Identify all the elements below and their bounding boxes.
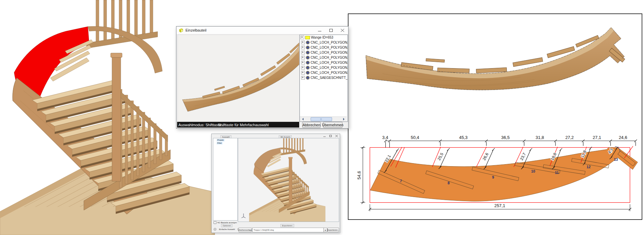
expand-icon[interactable] [301, 56, 305, 59]
list-item[interactable]: Projekt [217, 139, 224, 141]
export-path-input[interactable]: Treppe 1 Stk@3D.dwg [252, 228, 325, 232]
dim-top-7: 24,6 [619, 135, 627, 140]
cnc-operation-icon [306, 76, 310, 80]
expand-icon[interactable] [301, 76, 305, 80]
nc-parts-checkbox[interactable]: NC-Bauteile anzeigen [214, 221, 237, 224]
tree-item[interactable]: CNC_LOCH_POLYGONA [301, 60, 347, 65]
scroll-left-icon[interactable] [301, 118, 304, 121]
checkbox-icon[interactable] [214, 221, 216, 224]
einzelbauteil-dialog: Einzelbauteil Wange ID=653 CNC_L [176, 26, 348, 129]
cancel-button[interactable]: Abbrechen [302, 122, 321, 128]
minimize-icon[interactable] [314, 27, 325, 34]
tree-item[interactable]: CNC_LOCH_POLYGONA [301, 55, 347, 60]
dim-top-2: 45,3 [459, 135, 468, 140]
export-button[interactable]: Exportieren... [327, 228, 339, 232]
application-stage: Einzelbauteil Wange ID=653 CNC_L [0, 0, 644, 235]
scrollbar-thumb[interactable] [311, 117, 332, 121]
minimize-icon[interactable] [322, 134, 326, 137]
cnc-operation-icon [306, 41, 310, 44]
template-button[interactable]: Zeichenvorlage [238, 228, 252, 232]
expand-icon[interactable] [301, 66, 305, 69]
dim-step-1: 25,5 [437, 152, 444, 161]
expand-icon[interactable] [301, 36, 304, 39]
tree-item[interactable]: CNC_LOCH_POLYGONA [301, 50, 347, 55]
dim-top-5: 27,2 [565, 135, 574, 140]
expand-icon[interactable] [301, 51, 305, 54]
step-number-8: 8 [448, 181, 450, 185]
close-icon[interactable] [337, 27, 348, 34]
section-export: Exportieren [280, 224, 294, 227]
dim-top-4: 31,8 [536, 135, 544, 140]
section-options: Optionen [221, 224, 232, 227]
list-item[interactable]: Filter [217, 142, 222, 144]
radio-simple-label: Einfache Auswahl [219, 228, 235, 230]
component-drawing-panel[interactable]: 3,4 50,4 45,3 36,5 31,8 27,2 27,1 24,6 5… [348, 13, 642, 220]
cnc-operation-icon [306, 66, 310, 69]
part-cube-icon [179, 28, 183, 33]
cnc-operations-tree[interactable]: Wange ID=653 CNC_LOCH_POLYGONA CNC_LOCH_… [300, 35, 348, 122]
tree-item-root[interactable]: Wange ID=653 [300, 35, 347, 40]
step-number-7: 7 [400, 179, 402, 183]
tree-item[interactable]: CNC_LOCH_POLYGONA [301, 40, 347, 45]
step-number-9: 9 [492, 175, 494, 179]
cnc-operation-icon [306, 51, 310, 54]
status-mode: Auswahlmodus: Shifttaste... [178, 123, 224, 127]
radio-simple-icon[interactable] [214, 228, 216, 231]
dim-top-6: 27,1 [593, 135, 601, 140]
scroll-right-icon[interactable] [343, 118, 346, 121]
maximize-icon[interactable] [328, 134, 332, 137]
tree-item[interactable]: CNC_SAEGESCHNITT_0 [301, 75, 347, 80]
step-number-13: 13 [614, 157, 618, 161]
dim-top-1: 50,4 [411, 135, 419, 140]
selection-list-panel[interactable]: Projekt Filter [213, 138, 238, 221]
drawing-orange-shape [370, 147, 638, 201]
tree-item[interactable]: CNC_LOCH_POLYGONA [301, 65, 347, 70]
wange-3d-large [366, 28, 625, 90]
drawing-canvas: 3,4 50,4 45,3 36,5 31,8 27,2 27,1 24,6 5… [348, 14, 642, 219]
step-number-12: 12 [587, 165, 591, 169]
close-icon[interactable] [334, 134, 338, 137]
step-number-11: 11 [555, 171, 559, 175]
dialog-statusbar: Auswahlmodus: Shifttaste... Shifttaste f… [177, 122, 299, 128]
dim-bottom: 257,1 [494, 203, 505, 208]
cnc-operation-icon [306, 71, 310, 75]
cnc-operation-icon [306, 56, 310, 59]
dim-top-0: 3,4 [382, 135, 388, 140]
staircase-preview-render [238, 138, 339, 222]
expand-icon[interactable] [301, 71, 305, 75]
export-preview-window: Auswahl 3D-Ansicht Projekt Filter NC-Bau… [211, 134, 340, 233]
expand-icon[interactable] [301, 61, 305, 64]
wange-3d-small [178, 35, 299, 122]
horizontal-scrollbar[interactable] [300, 116, 347, 122]
dialog-title: Einzelbauteil [185, 28, 206, 32]
tree-item[interactable]: CNC_LOCH_POLYGONA [301, 70, 347, 75]
preview-3d-view[interactable] [238, 138, 339, 222]
expand-icon[interactable] [301, 46, 305, 49]
dim-step-2: 26,6 [482, 152, 489, 161]
tree-item[interactable]: CNC_LOCH_POLYGONA [301, 45, 347, 50]
component-3d-view[interactable] [177, 35, 300, 122]
part-icon [305, 36, 310, 39]
apply-button[interactable]: Übernehmen [323, 122, 342, 128]
dim-left: 54,6 [357, 171, 362, 179]
expand-icon[interactable] [301, 41, 305, 44]
cnc-operation-icon [306, 46, 310, 49]
step-number-10: 10 [531, 169, 535, 173]
path-dropdown-icon[interactable]: ▾ [323, 228, 327, 232]
cnc-operation-icon [306, 61, 310, 64]
axis-indicator-icon [241, 213, 246, 218]
status-hint: Shifttaste für Mehrfachauswahl [218, 123, 269, 127]
maximize-icon[interactable] [325, 27, 337, 34]
dim-top-3: 36,5 [501, 135, 509, 140]
